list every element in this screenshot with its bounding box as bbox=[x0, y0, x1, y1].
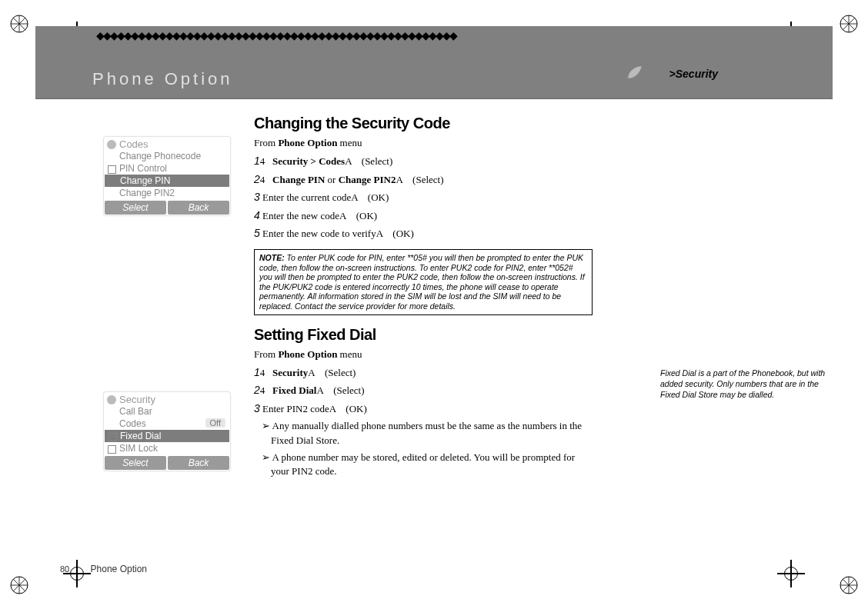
main-content: Changing the Security Code From Phone Op… bbox=[254, 111, 593, 481]
note-box: NOTE: To enter PUK code for PIN, enter *… bbox=[254, 249, 593, 315]
phone-row: Change Phonecode bbox=[104, 150, 230, 162]
phone-screen-title: Security bbox=[104, 392, 230, 405]
phone-row: CodesOff bbox=[104, 418, 230, 430]
intro-line: From Phone Option menu bbox=[254, 348, 593, 361]
registration-mark-icon bbox=[9, 575, 29, 595]
phone-row: PIN Control bbox=[104, 162, 230, 175]
header-ornament: ◆◆◆◆◆◆◆◆◆◆◆◆◆◆◆◆◆◆◆◆◆◆◆◆◆◆◆◆◆◆◆◆◆◆◆◆◆◆◆◆… bbox=[96, 29, 456, 42]
softkey-back: Back bbox=[168, 201, 229, 215]
registration-mark-icon bbox=[839, 14, 859, 34]
phone-row-selected: Change PIN bbox=[105, 175, 229, 187]
phone-row: Call Bar bbox=[104, 405, 230, 418]
footer: 80 Phone Option bbox=[60, 564, 147, 574]
chapter-title: Phone Option bbox=[92, 69, 233, 89]
step: 5 Enter the new code to verifyA (OK) bbox=[254, 226, 593, 241]
step: 24 Fixed DialA (Select) bbox=[254, 383, 593, 398]
crosshair-icon bbox=[777, 560, 805, 587]
phone-screenshot-codes: Codes Change Phonecode PIN Control Chang… bbox=[104, 137, 230, 215]
step: 3 Enter PIN2 codeA (OK) bbox=[254, 401, 593, 417]
bullet: ➢ A phone number may be stored, edited o… bbox=[254, 451, 593, 478]
phone-row-selected: Fixed Dial bbox=[105, 430, 229, 442]
registration-mark-icon bbox=[839, 575, 859, 595]
bullet: ➢ Any manually dialled phone numbers mus… bbox=[254, 419, 593, 447]
leaf-icon bbox=[625, 63, 643, 82]
phone-screen-title: Codes bbox=[104, 137, 230, 150]
registration-mark-icon bbox=[9, 14, 29, 34]
step: 14 SecurityA (Select) bbox=[254, 365, 593, 381]
phone-row: SIM Lock bbox=[104, 442, 230, 454]
page-number: 80 bbox=[60, 564, 69, 574]
phone-screenshot-security: Security Call Bar CodesOff Fixed Dial SI… bbox=[104, 392, 230, 471]
softkey-select: Select bbox=[105, 201, 166, 215]
step: 4 Enter the new codeA (OK) bbox=[254, 208, 593, 224]
step: 14 Security > CodesA (Select) bbox=[254, 154, 593, 169]
section-marker: >Security bbox=[669, 68, 718, 80]
note-text: To enter PUK code for PIN, enter **05# y… bbox=[259, 253, 585, 311]
softkey-select: Select bbox=[105, 456, 166, 470]
step: 24 Change PIN or Change PIN2A (Select) bbox=[254, 172, 593, 188]
step: 3 Enter the current codeA (OK) bbox=[254, 190, 593, 205]
phone-row: Change PIN2 bbox=[104, 187, 230, 199]
softkey-back: Back bbox=[168, 456, 229, 470]
intro-line: From Phone Option menu bbox=[254, 137, 593, 149]
footer-chapter: Phone Option bbox=[91, 564, 147, 574]
heading-setting-fixed-dial: Setting Fixed Dial bbox=[254, 326, 593, 344]
heading-changing-security-code: Changing the Security Code bbox=[254, 115, 593, 132]
divider bbox=[35, 98, 833, 100]
margin-note: Fixed Dial is a part of the Phonebook, b… bbox=[660, 368, 830, 401]
